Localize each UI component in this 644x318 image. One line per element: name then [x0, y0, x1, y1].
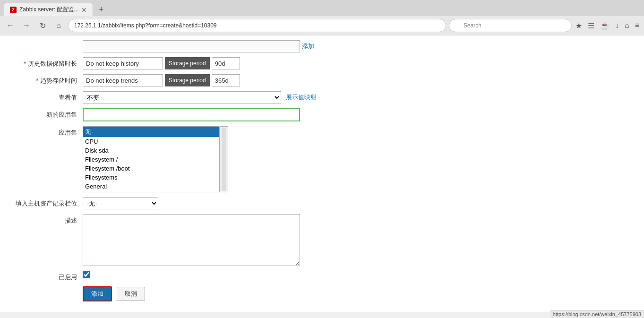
trends-controls: Storage period [83, 74, 240, 86]
home-button[interactable]: ⌂ [52, 19, 65, 32]
form-area: 添加 历史数据保留时长 Storage period 趋势存储时间 Storag… [0, 35, 644, 311]
action-buttons: 添加 取消 [83, 286, 145, 301]
list-item[interactable]: Filesystems [83, 173, 219, 182]
app-label: 应用集 [9, 126, 83, 137]
forward-button[interactable]: → [20, 19, 33, 32]
new-app-input[interactable] [83, 108, 300, 121]
lookup-label: 查看值 [9, 91, 83, 102]
partial-input [83, 40, 300, 52]
host-inventory-select[interactable]: -无- [83, 197, 158, 209]
trends-text-input[interactable] [83, 74, 163, 86]
trends-value-input[interactable] [212, 74, 240, 86]
history-row: 历史数据保留时长 Storage period [9, 57, 635, 69]
enabled-row: 已启用 [9, 271, 635, 282]
trends-storage-period-button[interactable]: Storage period [165, 74, 210, 86]
history-label: 历史数据保留时长 [9, 57, 83, 68]
browser-icons: ★ ☰ ☕ ↓ ⌂ ≡ [575, 20, 640, 31]
refresh-button[interactable]: ↻ [36, 19, 49, 32]
lookup-select[interactable]: 不变 [83, 91, 281, 103]
menu-icon[interactable]: ≡ [634, 20, 640, 31]
app-listbox[interactable]: 无-CPUDisk sdaFilesystem /Filesystem /boo… [83, 126, 220, 192]
list-item[interactable]: Filesystem /boot [83, 164, 219, 173]
lookup-link[interactable]: 展示值映射 [286, 93, 317, 102]
history-storage-period-button[interactable]: Storage period [165, 57, 210, 69]
description-label: 描述 [9, 214, 83, 225]
back-button[interactable]: ← [4, 19, 17, 32]
app-listbox-wrapper: 无-CPUDisk sdaFilesystem /Filesystem /boo… [83, 126, 228, 192]
list-item[interactable]: Filesystem / [83, 155, 219, 164]
active-tab[interactable]: Z Zabbix server: 配置监... ✕ [4, 3, 93, 16]
list-item[interactable]: General [83, 182, 219, 191]
description-textarea[interactable] [83, 214, 300, 266]
empty-label [9, 40, 83, 43]
enabled-checkbox[interactable] [83, 271, 90, 278]
scrollbar-track [222, 128, 226, 191]
buttons-spacer [9, 286, 83, 289]
browser-chrome: Z Zabbix server: 配置监... ✕ + ← → ↻ ⌂ 🔍 ★ … [0, 0, 644, 35]
trends-label: 趋势存储时间 [9, 74, 83, 85]
description-row: 描述 [9, 214, 635, 266]
new-app-row: 新的应用集 [9, 108, 635, 121]
history-controls: Storage period [83, 57, 240, 69]
list-item[interactable]: CPU [83, 137, 219, 146]
lookup-row: 查看值 不变 展示值映射 [9, 91, 635, 103]
home-nav-icon[interactable]: ⌂ [624, 20, 630, 31]
tab-bar: Z Zabbix server: 配置监... ✕ + [0, 0, 644, 16]
tab-favicon: Z [10, 7, 17, 13]
tab-title: Zabbix server: 配置监... [19, 6, 78, 14]
bookmark-icon[interactable]: ★ [575, 20, 583, 31]
search-wrapper: 🔍 [449, 19, 572, 32]
download-icon[interactable]: ↓ [614, 20, 620, 31]
address-bar[interactable] [68, 19, 446, 32]
enabled-label: 已启用 [9, 271, 83, 282]
trends-row: 趋势存储时间 Storage period [9, 74, 635, 86]
add-button[interactable]: 添加 [83, 286, 112, 301]
host-inventory-label: 填入主机资产记录栏位 [9, 197, 83, 208]
search-input[interactable] [449, 19, 572, 32]
footer-url: https://blog.csdn.net/weixin_45775903 [550, 310, 644, 312]
lookup-controls: 不变 展示值映射 [83, 91, 317, 103]
list-item[interactable]: 无- [83, 127, 219, 137]
tab-close-button[interactable]: ✕ [81, 7, 87, 13]
history-value-input[interactable] [212, 57, 240, 69]
list-item[interactable]: Disk sda [83, 146, 219, 155]
list-item[interactable]: Interface eth0 [83, 191, 219, 192]
history-text-input[interactable] [83, 57, 163, 69]
partial-add-button[interactable]: 添加 [302, 42, 314, 51]
app-row: 应用集 无-CPUDisk sdaFilesystem /Filesystem … [9, 126, 635, 192]
host-inventory-row: 填入主机资产记录栏位 -无- [9, 197, 635, 209]
partial-top-row: 添加 [9, 40, 635, 52]
listbox-scrollbar [220, 126, 228, 192]
shield-icon[interactable]: ☕ [599, 20, 610, 31]
action-buttons-row: 添加 取消 [9, 286, 635, 301]
new-tab-button[interactable]: + [95, 3, 107, 16]
new-app-label: 新的应用集 [9, 108, 83, 119]
cancel-button[interactable]: 取消 [117, 287, 145, 301]
reader-icon[interactable]: ☰ [587, 20, 595, 31]
page-content: 添加 历史数据保留时长 Storage period 趋势存储时间 Storag… [0, 35, 644, 312]
nav-bar: ← → ↻ ⌂ 🔍 ★ ☰ ☕ ↓ ⌂ ≡ [0, 16, 644, 35]
